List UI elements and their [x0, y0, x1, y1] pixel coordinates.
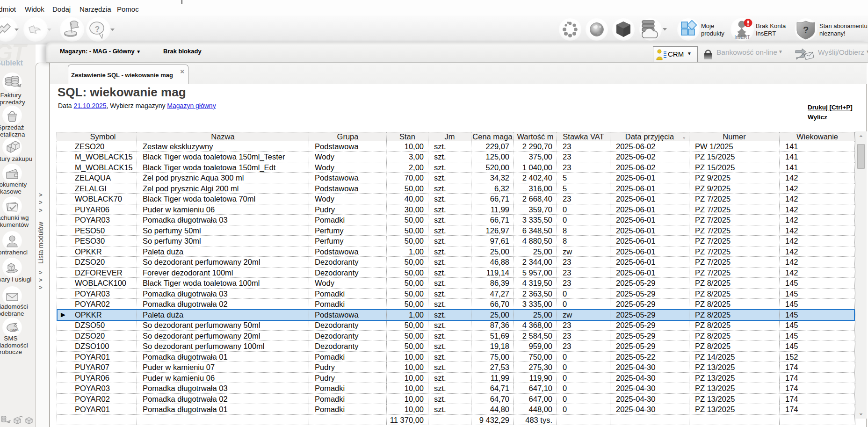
- svg-text:InsERT: InsERT: [734, 35, 750, 40]
- svg-text:?: ?: [95, 25, 100, 34]
- svg-text:?: ?: [803, 25, 809, 35]
- svg-text:SMS: SMS: [10, 328, 19, 332]
